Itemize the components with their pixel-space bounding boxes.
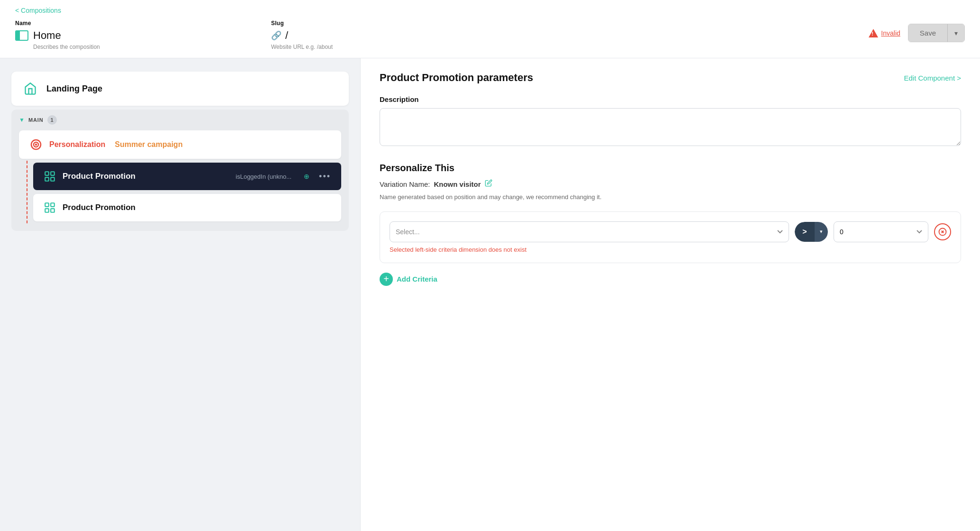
product-grid-icon-normal: [44, 201, 56, 214]
main-count-badge: 1: [47, 115, 57, 125]
name-hint: Describes the composition: [33, 44, 271, 50]
slug-label: Slug: [271, 20, 869, 27]
main-triangle-icon: ▼: [19, 117, 25, 123]
main-label: MAIN: [28, 117, 44, 123]
operator-dropdown-button[interactable]: ▾: [815, 222, 828, 242]
product-grid-icon-active: [44, 170, 56, 183]
save-btn-group: Save ▾: [908, 24, 965, 42]
target-icon: [29, 138, 43, 151]
slug-value: /: [285, 29, 288, 42]
top-bar: Compositions Name Home Describes the com…: [0, 0, 980, 58]
personalization-label: Personalization: [49, 140, 105, 149]
product-promotion-active-card[interactable]: Product Promotion isLoggedIn (unkno... ⊕…: [33, 163, 341, 190]
home-icon: [22, 80, 39, 97]
edit-component-link[interactable]: Edit Component >: [904, 74, 962, 82]
description-textarea[interactable]: [380, 108, 961, 146]
svg-rect-6: [51, 177, 54, 181]
right-panel-header: Product Promotion parameters Edit Compon…: [380, 72, 961, 84]
landing-page-card[interactable]: Landing Page: [11, 72, 349, 106]
main-content: Landing Page ▼ MAIN 1 Personalization: [0, 58, 980, 531]
criteria-value-select[interactable]: 0: [834, 221, 928, 242]
left-panel: Landing Page ▼ MAIN 1 Personalization: [0, 58, 360, 531]
invalid-label: Invalid: [881, 29, 900, 37]
operator-btn-group: > ▾: [795, 222, 828, 242]
layout-icon: [15, 30, 28, 41]
meta-actions: Invalid Save ▾: [869, 20, 965, 42]
add-criteria-label: Add Criteria: [397, 275, 437, 283]
criteria-dimension-select[interactable]: Select...: [390, 221, 789, 242]
svg-rect-10: [51, 209, 54, 212]
name-label: Name: [15, 20, 271, 27]
name-value-row: Home: [15, 29, 271, 42]
link-icon: 🔗: [271, 30, 281, 41]
meta-name-section: Name Home Describes the composition: [15, 20, 271, 50]
product-promotion-normal-label: Product Promotion: [63, 203, 136, 212]
variation-name-row: Variation Name: Known visitor: [380, 179, 961, 189]
criteria-error: Selected left-side criteria dimension do…: [390, 246, 951, 253]
slug-hint: Website URL e.g. /about: [271, 44, 869, 50]
landing-page-label: Landing Page: [46, 84, 102, 94]
description-label: Description: [380, 95, 961, 103]
remove-criteria-button[interactable]: [934, 223, 951, 240]
right-panel-title: Product Promotion parameters: [380, 72, 533, 84]
variation-name-value: Known visitor: [434, 180, 481, 188]
add-criteria-icon: +: [380, 273, 393, 286]
add-criteria-button[interactable]: + Add Criteria: [380, 269, 437, 290]
warning-icon: [869, 29, 878, 37]
condition-target-icon: ⊕: [304, 173, 309, 180]
breadcrumb-row: Compositions: [15, 0, 965, 16]
svg-rect-9: [45, 209, 49, 212]
slug-value-row: 🔗 /: [271, 29, 869, 42]
meta-row: Name Home Describes the composition Slug…: [15, 16, 965, 58]
svg-rect-5: [45, 177, 49, 181]
name-value: Home: [33, 29, 61, 42]
right-panel: Product Promotion parameters Edit Compon…: [360, 58, 980, 531]
svg-rect-3: [45, 172, 49, 175]
criteria-box: Select... > ▾ 0 Selected left-: [380, 211, 961, 263]
variation-hint: Name generated based on position and may…: [380, 192, 961, 202]
personalization-card[interactable]: Personalization Summer campaign: [19, 130, 341, 159]
save-dropdown-button[interactable]: ▾: [947, 24, 964, 42]
campaign-label: Summer campaign: [115, 140, 182, 149]
nested-area: Product Promotion isLoggedIn (unkno... ⊕…: [27, 161, 341, 223]
operator-main-button[interactable]: >: [795, 222, 815, 242]
criteria-row: Select... > ▾ 0: [390, 221, 951, 242]
edit-pencil-icon[interactable]: [485, 179, 492, 189]
variation-name-label: Variation Name:: [380, 180, 430, 188]
svg-rect-7: [45, 203, 49, 207]
save-button[interactable]: Save: [908, 24, 947, 42]
meta-slug-section: Slug 🔗 / Website URL e.g. /about: [271, 20, 869, 50]
dots-menu-button[interactable]: •••: [319, 172, 331, 182]
section-wrapper: ▼ MAIN 1 Personalization Summer campaign: [11, 110, 349, 231]
product-condition-label: isLoggedIn (unkno...: [236, 173, 291, 180]
invalid-badge[interactable]: Invalid: [869, 29, 900, 37]
svg-rect-8: [51, 203, 54, 207]
product-promotion-normal-card[interactable]: Product Promotion: [33, 194, 341, 221]
product-promotion-active-label: Product Promotion: [63, 172, 229, 181]
main-label-row: ▼ MAIN 1: [19, 115, 341, 125]
personalize-section-title: Personalize This: [380, 163, 961, 174]
svg-point-2: [36, 144, 36, 145]
breadcrumb-compositions[interactable]: Compositions: [15, 7, 61, 14]
svg-rect-4: [51, 172, 54, 175]
